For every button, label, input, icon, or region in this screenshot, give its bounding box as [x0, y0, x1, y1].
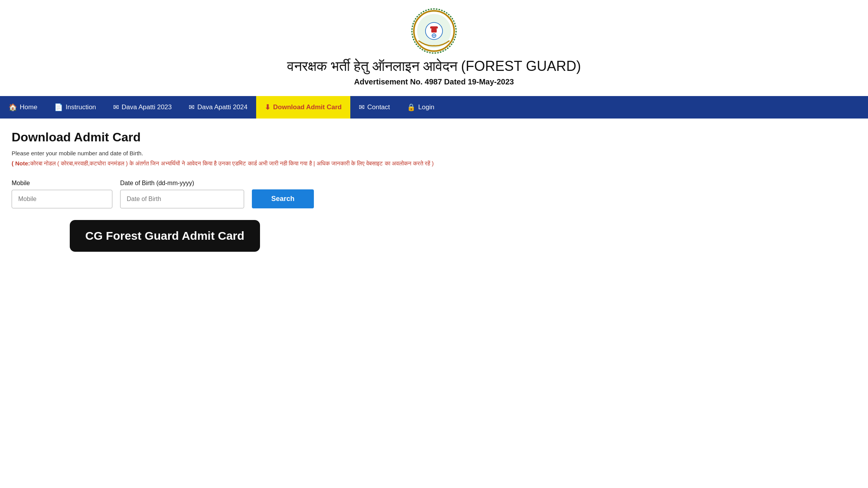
nav-contact[interactable]: ✉ Contact: [350, 96, 399, 119]
nav-dava-apatti-2024[interactable]: ✉ Dava Apatti 2024: [180, 96, 256, 119]
main-content: Download Admit Card Please enter your mo…: [0, 119, 868, 259]
header: वनरक्षक भर्ती हेतु ऑनलाइन आवेदन (FOREST …: [0, 0, 868, 90]
navbar: 🏠 Home 📄 Instruction ✉ Dava Apatti 2023 …: [0, 96, 868, 119]
page-title: Download Admit Card: [12, 130, 856, 144]
banner-text: CG Forest Guard Admit Card: [85, 229, 245, 242]
nav-download-label: Download Admit Card: [273, 103, 342, 111]
main-title: वनरक्षक भर्ती हेतु ऑनलाइन आवेदन (FOREST …: [0, 58, 868, 74]
instruction-icon: 📄: [54, 103, 63, 112]
nav-dava-apatti-2023[interactable]: ✉ Dava Apatti 2023: [105, 96, 180, 119]
search-button[interactable]: Search: [252, 189, 314, 208]
admit-card-banner: CG Forest Guard Admit Card: [70, 220, 260, 252]
mobile-input[interactable]: [12, 190, 112, 208]
nav-home-label: Home: [20, 103, 37, 111]
nav-login-label: Login: [418, 103, 434, 111]
home-icon: 🏠: [9, 103, 17, 112]
logo: [411, 8, 457, 54]
mobile-group: Mobile: [12, 180, 112, 208]
nav-dava-2023-label: Dava Apatti 2023: [122, 103, 172, 111]
mobile-label: Mobile: [12, 180, 112, 187]
nav-contact-label: Contact: [367, 103, 390, 111]
nav-dava-2024-label: Dava Apatti 2024: [197, 103, 247, 111]
info-text: Please enter your mobile number and date…: [12, 150, 856, 156]
note-prefix: ( Note:: [12, 160, 30, 167]
nav-download-admit-card[interactable]: ⬇ Download Admit Card: [256, 96, 350, 119]
contact-icon: ✉: [359, 103, 365, 112]
svg-rect-5: [430, 26, 438, 29]
search-form: Mobile Date of Birth (dd-mm-yyyy) Search: [12, 180, 856, 208]
dava-2023-icon: ✉: [113, 103, 119, 112]
sub-title: Advertisement No. 4987 Dated 19-May-2023: [0, 77, 868, 86]
dob-group: Date of Birth (dd-mm-yyyy): [120, 180, 244, 208]
nav-instruction-label: Instruction: [65, 103, 96, 111]
nav-home[interactable]: 🏠 Home: [0, 96, 46, 119]
dob-label: Date of Birth (dd-mm-yyyy): [120, 180, 244, 187]
dob-input[interactable]: [120, 190, 244, 208]
login-icon: 🔒: [407, 103, 415, 112]
nav-instruction[interactable]: 📄 Instruction: [46, 96, 104, 119]
note-text: ( Note:कोरबा नोडल ( कोरबा,मरवाही,कटघोरा …: [12, 159, 856, 168]
download-icon: ⬇: [265, 103, 270, 112]
note-body: कोरबा नोडल ( कोरबा,मरवाही,कटघोरा वनमंडल …: [30, 160, 434, 167]
dava-2024-icon: ✉: [189, 103, 195, 112]
nav-login[interactable]: 🔒 Login: [398, 96, 443, 119]
svg-rect-6: [431, 29, 437, 33]
